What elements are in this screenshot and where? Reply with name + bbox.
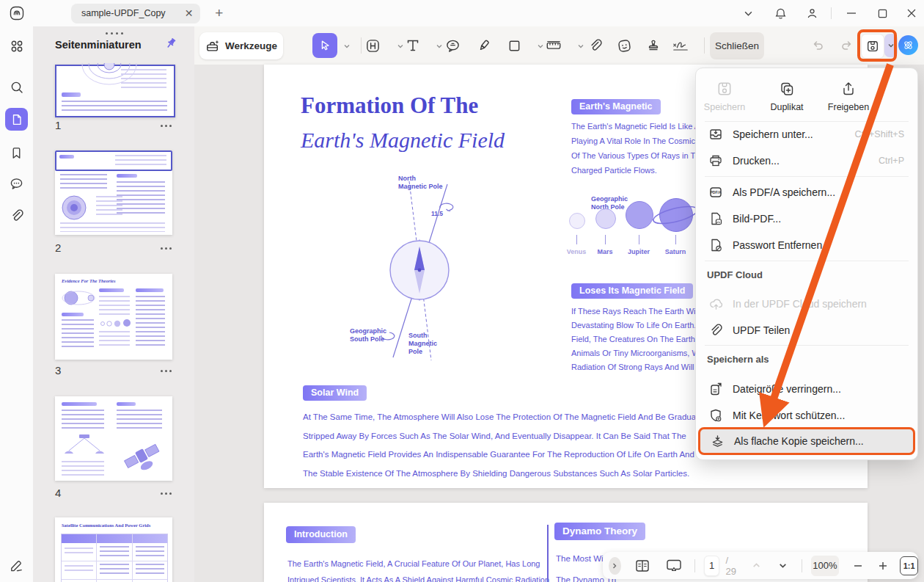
heading-icon bbox=[365, 38, 381, 54]
stamp-tool[interactable] bbox=[641, 33, 666, 58]
thumbnail-page-5[interactable]: Satellite Communications And Power Grids bbox=[55, 517, 172, 582]
search-icon[interactable] bbox=[5, 76, 28, 98]
app-grid-icon[interactable] bbox=[5, 34, 28, 57]
left-icon-rail bbox=[0, 26, 34, 582]
menu-item-updf-share[interactable]: UPDF Teilen bbox=[700, 319, 913, 342]
share-link-icon bbox=[708, 322, 724, 338]
menu-item-save-as[interactable]: Speichern unter... Ctrl+Shift+S bbox=[700, 123, 913, 146]
thumbnail-text-block bbox=[62, 461, 104, 476]
menu-quick-duplicate[interactable]: Duplikat bbox=[758, 76, 815, 117]
ai-icon bbox=[902, 39, 914, 51]
menu-item-reduce-size[interactable]: Dateigröße verringern... bbox=[700, 377, 913, 401]
planet-jupiter bbox=[626, 201, 653, 229]
thumbnail-text-block bbox=[60, 222, 165, 232]
close-mode-button[interactable]: Schließen bbox=[710, 32, 764, 59]
signature-tool[interactable] bbox=[668, 33, 693, 58]
new-tab-button[interactable]: + bbox=[215, 5, 223, 21]
thumbnail-earth-layers bbox=[61, 193, 93, 222]
thumbnail-page-1[interactable] bbox=[55, 65, 175, 117]
text-tool[interactable] bbox=[400, 33, 425, 58]
ai-assistant-button[interactable] bbox=[898, 35, 918, 55]
collapse-bar-icon[interactable] bbox=[609, 557, 621, 575]
loses-paragraph: If These Rays Reach The Earth Withou Dev… bbox=[571, 305, 712, 374]
menu-quick-share[interactable]: Freigeben bbox=[820, 76, 877, 117]
home-icon[interactable] bbox=[9, 5, 25, 21]
window-close-icon[interactable] bbox=[902, 8, 921, 18]
bookmarks-icon[interactable] bbox=[5, 142, 28, 164]
attachments-icon[interactable] bbox=[5, 204, 28, 227]
document-tab[interactable]: sample-UPDF_Copy ✕ bbox=[71, 4, 200, 23]
notifications-bell-icon[interactable] bbox=[774, 7, 788, 21]
comment-bubble-icon bbox=[445, 38, 461, 54]
thumbnail-page-2[interactable] bbox=[55, 150, 172, 235]
ruler-icon bbox=[546, 37, 562, 54]
menu-item-save-pdfa[interactable]: PDF/A Als PDF/A speichern... bbox=[700, 181, 913, 204]
highlighter-tool[interactable] bbox=[472, 33, 496, 58]
badge-dynamo-theory: Dynamo Theory bbox=[554, 523, 645, 540]
window-maximize-icon[interactable] bbox=[873, 9, 892, 18]
select-tool[interactable] bbox=[312, 33, 337, 58]
menu-quick-save: Speichern bbox=[696, 76, 753, 117]
thumbnail-network-diagram bbox=[62, 433, 107, 458]
thumbnail-badge bbox=[99, 288, 124, 292]
comment-tool[interactable] bbox=[440, 33, 465, 58]
planet-mars bbox=[595, 208, 616, 229]
thumbnail-page-4[interactable] bbox=[55, 396, 172, 481]
redo-icon bbox=[840, 38, 854, 53]
shape-tool[interactable] bbox=[502, 33, 527, 58]
zoom-in-icon[interactable] bbox=[877, 561, 889, 571]
reading-view-icon[interactable] bbox=[634, 558, 650, 574]
bar-divider bbox=[802, 559, 802, 572]
bar-divider bbox=[694, 559, 695, 572]
menu-item-print[interactable]: Drucken... Ctrl+P bbox=[700, 149, 913, 172]
menu-item-cloud-save: In der UPDF Cloud speichern bbox=[700, 292, 913, 316]
menu-item-image-pdf[interactable]: Bild-PDF... bbox=[700, 207, 913, 230]
title-bar: sample-UPDF_Copy ✕ + bbox=[0, 0, 924, 26]
select-tool-chevron[interactable] bbox=[343, 43, 351, 50]
menu-section-cloud: UPDF Cloud bbox=[707, 269, 763, 280]
save-dropdown-chevron[interactable] bbox=[884, 34, 898, 57]
sticker-tool[interactable] bbox=[612, 33, 637, 58]
zoom-out-icon[interactable] bbox=[852, 561, 864, 571]
menu-item-remove-password[interactable]: Passwort Entfernen bbox=[700, 233, 913, 257]
thumb-more-button[interactable] bbox=[161, 492, 172, 495]
tools-button[interactable]: Werkzeuge bbox=[199, 32, 283, 59]
page-number-input[interactable]: 1 bbox=[704, 556, 720, 576]
actual-size-button[interactable]: 1:1 bbox=[900, 556, 918, 575]
menu-item-protect-password[interactable]: Mit Kennwort schützen... bbox=[700, 404, 913, 427]
tab-close-icon[interactable]: ✕ bbox=[185, 8, 194, 18]
comments-icon[interactable] bbox=[5, 172, 28, 195]
reduce-size-icon bbox=[708, 381, 724, 397]
protect-password-icon bbox=[708, 407, 724, 423]
redo-button[interactable] bbox=[835, 33, 859, 58]
cloud-upload-icon bbox=[708, 296, 724, 312]
window-expand-icon[interactable] bbox=[744, 9, 753, 18]
undo-button[interactable] bbox=[805, 33, 830, 58]
save-dropdown-menu: Speichern Duplikat Freigeben Speichern u… bbox=[695, 68, 918, 460]
previous-page-icon[interactable] bbox=[752, 561, 762, 570]
pin-icon[interactable] bbox=[164, 36, 178, 51]
panel-drag-handle[interactable] bbox=[106, 32, 123, 34]
save-button[interactable] bbox=[861, 34, 884, 59]
thumbnail-badge bbox=[117, 402, 136, 406]
measure-tool[interactable] bbox=[541, 33, 566, 58]
thumb-more-button[interactable] bbox=[161, 370, 172, 372]
planet-label: Venus bbox=[567, 248, 587, 255]
account-user-icon[interactable] bbox=[805, 7, 819, 21]
page-number: 1 bbox=[55, 119, 61, 131]
pen-annotate-icon[interactable] bbox=[5, 554, 28, 577]
annotation-toolbar: Werkzeuge Schließen bbox=[194, 26, 924, 65]
label-axis-angle: 11.5 bbox=[431, 210, 443, 218]
menu-item-save-flattened-copy[interactable]: Als flache Kopie speichern... bbox=[698, 427, 915, 455]
save-floppy-icon bbox=[866, 40, 879, 53]
page-thumbnails-icon[interactable] bbox=[5, 108, 28, 131]
thumb-more-button[interactable] bbox=[161, 247, 172, 250]
header-footer-tool[interactable] bbox=[360, 33, 385, 58]
thumbnail-page-3[interactable]: Evidence For The Theories bbox=[55, 274, 172, 360]
next-page-icon[interactable] bbox=[778, 561, 788, 570]
attach-file-tool[interactable] bbox=[583, 33, 608, 58]
zoom-level-button[interactable]: 100% bbox=[811, 556, 840, 576]
presentation-mode-icon[interactable] bbox=[665, 558, 683, 574]
thumb-more-button[interactable] bbox=[161, 125, 172, 127]
window-minimize-icon[interactable] bbox=[842, 8, 861, 18]
